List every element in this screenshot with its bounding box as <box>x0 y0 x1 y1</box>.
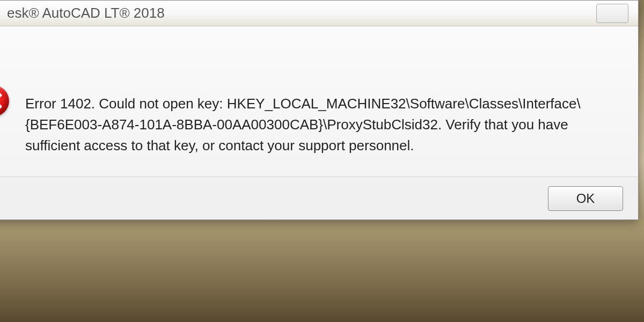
error-message: Error 1402. Could not open key: HKEY_LOC… <box>25 37 594 156</box>
close-button[interactable] <box>596 4 628 23</box>
ok-button[interactable]: OK <box>548 186 623 211</box>
titlebar: esk® AutoCAD LT® 2018 <box>0 1 638 26</box>
error-icon <box>0 85 9 116</box>
window-title: esk® AutoCAD LT® 2018 <box>0 5 165 21</box>
dialog-footer: OK <box>0 177 638 219</box>
error-dialog: esk® AutoCAD LT® 2018 Error 1402. Could … <box>0 0 639 220</box>
dialog-body: Error 1402. Could not open key: HKEY_LOC… <box>0 26 638 177</box>
error-icon-container <box>0 37 9 116</box>
